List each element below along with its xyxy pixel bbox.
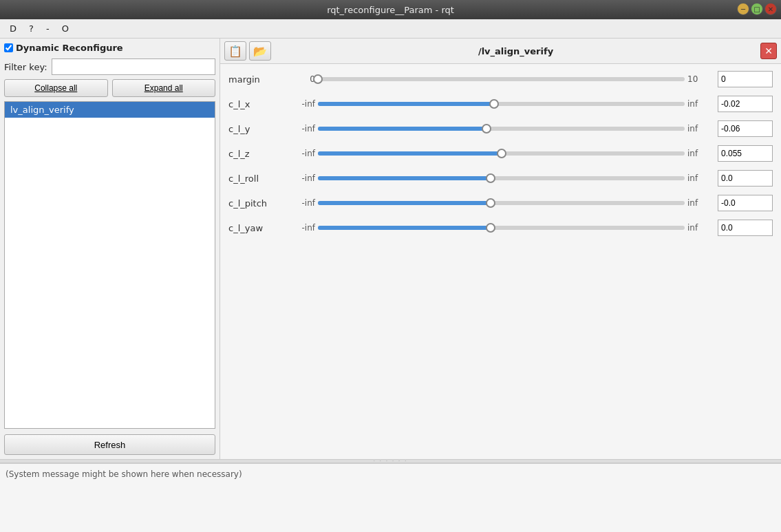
param-max-c-l-pitch: inf xyxy=(685,198,712,208)
maximize-button[interactable]: □ xyxy=(751,3,763,15)
param-name-c-l-pitch: c_l_pitch xyxy=(228,198,290,209)
main-content: Dynamic Reconfigure Filter key: Collapse… xyxy=(0,39,781,459)
slider-thumb-c-l-x[interactable] xyxy=(489,99,499,109)
menu-item-dash: - xyxy=(41,22,55,35)
slider-fill-c-l-yaw xyxy=(318,226,491,230)
param-value-c-l-roll[interactable] xyxy=(718,170,773,187)
param-value-c-l-y[interactable] xyxy=(718,120,773,137)
app-title-row: Dynamic Reconfigure xyxy=(4,43,215,53)
param-row-c-l-y: c_l_y -inf inf xyxy=(228,119,773,138)
slider-c-l-pitch[interactable] xyxy=(318,196,685,210)
close-icon: ✕ xyxy=(764,45,773,56)
slider-track-c-l-y xyxy=(318,127,685,131)
expand-all-button[interactable]: Expand all xyxy=(112,79,216,97)
param-min-c-l-pitch: -inf xyxy=(290,198,318,208)
menu-item-d[interactable]: D xyxy=(4,22,22,35)
slider-track-margin xyxy=(318,77,685,81)
param-max-c-l-yaw: inf xyxy=(685,223,712,233)
filter-row: Filter key: xyxy=(4,58,215,75)
right-toolbar: 📋 📂 /lv_align_verify ✕ xyxy=(220,39,781,64)
bottom-message-area: (System message might be shown here when… xyxy=(0,463,781,532)
param-name-c-l-z: c_l_z xyxy=(228,149,290,159)
left-panel: Dynamic Reconfigure Filter key: Collapse… xyxy=(0,39,220,459)
param-value-c-l-z[interactable] xyxy=(718,145,773,162)
slider-track-c-l-roll xyxy=(318,176,685,180)
close-panel-button[interactable]: ✕ xyxy=(760,43,777,59)
param-name-c-l-yaw: c_l_yaw xyxy=(228,223,290,233)
param-value-c-l-x[interactable] xyxy=(718,96,773,112)
param-max-c-l-roll: inf xyxy=(685,173,712,183)
save-button[interactable]: 📋 xyxy=(224,41,246,61)
param-max-margin: 10 xyxy=(685,74,712,84)
param-value-c-l-yaw[interactable] xyxy=(718,220,773,236)
param-name-c-l-y: c_l_y xyxy=(228,124,290,134)
right-panel: 📋 📂 /lv_align_verify ✕ margin 0 xyxy=(220,39,781,459)
save-icon: 📋 xyxy=(228,45,242,58)
param-max-c-l-y: inf xyxy=(685,124,712,134)
slider-margin[interactable] xyxy=(318,72,685,86)
slider-c-l-roll[interactable] xyxy=(318,171,685,185)
window-controls: ─ □ ✕ xyxy=(737,3,777,15)
window-title: rqt_reconfigure__Param - rqt xyxy=(327,5,454,15)
slider-thumb-c-l-yaw[interactable] xyxy=(486,223,495,233)
slider-track-c-l-x xyxy=(318,102,685,106)
menu-item-o[interactable]: O xyxy=(56,22,74,35)
filter-label: Filter key: xyxy=(4,62,47,72)
param-row-c-l-x: c_l_x -inf inf xyxy=(228,94,773,114)
minimize-button[interactable]: ─ xyxy=(737,3,749,15)
close-button[interactable]: ✕ xyxy=(764,3,777,15)
slider-thumb-c-l-z[interactable] xyxy=(497,149,506,158)
param-value-c-l-pitch[interactable] xyxy=(718,195,773,211)
params-area: margin 0 10 c_l_x -inf xyxy=(220,64,781,459)
open-icon: 📂 xyxy=(253,45,267,58)
menu-item-help[interactable]: ? xyxy=(23,22,39,35)
param-name-c-l-x: c_l_x xyxy=(228,99,290,109)
param-row-margin: margin 0 10 xyxy=(228,70,773,89)
title-bar: rqt_reconfigure__Param - rqt ─ □ ✕ xyxy=(0,0,781,19)
slider-thumb-c-l-roll[interactable] xyxy=(486,173,495,183)
param-row-c-l-roll: c_l_roll -inf inf xyxy=(228,169,773,188)
slider-c-l-y[interactable] xyxy=(318,122,685,136)
menu-bar: D ? - O xyxy=(0,19,781,39)
param-row-c-l-pitch: c_l_pitch -inf inf xyxy=(228,193,773,213)
param-row-c-l-yaw: c_l_yaw -inf inf xyxy=(228,218,773,237)
tree-item-lv-align-verify[interactable]: lv_align_verify xyxy=(5,102,215,118)
slider-fill-c-l-z xyxy=(318,151,502,156)
status-message: (System message might be shown here when… xyxy=(6,469,242,479)
param-min-c-l-yaw: -inf xyxy=(290,223,318,233)
slider-fill-c-l-x xyxy=(318,102,494,106)
collapse-all-button[interactable]: Collapse all xyxy=(4,79,108,97)
param-min-c-l-y: -inf xyxy=(290,124,318,134)
param-name-c-l-roll: c_l_roll xyxy=(228,173,290,184)
slider-thumb-margin[interactable] xyxy=(313,74,323,84)
param-max-c-l-z: inf xyxy=(685,149,712,158)
slider-track-c-l-yaw xyxy=(318,226,685,230)
slider-track-c-l-pitch xyxy=(318,201,685,205)
param-value-margin[interactable] xyxy=(718,71,773,87)
param-min-c-l-z: -inf xyxy=(290,149,318,158)
slider-thumb-c-l-pitch[interactable] xyxy=(486,198,495,208)
param-min-c-l-x: -inf xyxy=(290,99,318,109)
app-window: D ? - O Dynamic Reconfigure Filter key: … xyxy=(0,19,781,532)
slider-fill-c-l-y xyxy=(318,127,486,131)
slider-fill-c-l-pitch xyxy=(318,201,491,205)
filter-input[interactable] xyxy=(52,58,215,75)
slider-track-c-l-z xyxy=(318,151,685,156)
param-name-margin: margin xyxy=(228,74,290,85)
slider-thumb-c-l-y[interactable] xyxy=(482,124,491,134)
slider-c-l-x[interactable] xyxy=(318,97,685,111)
slider-c-l-yaw[interactable] xyxy=(318,221,685,235)
app-title: Dynamic Reconfigure xyxy=(16,43,123,53)
refresh-button[interactable]: Refresh xyxy=(4,434,215,455)
buttons-row: Collapse all Expand all xyxy=(4,79,215,97)
panel-title: /lv_align_verify xyxy=(274,46,758,56)
param-row-c-l-z: c_l_z -inf inf xyxy=(228,144,773,163)
tree-area: lv_align_verify xyxy=(4,101,215,429)
open-button[interactable]: 📂 xyxy=(249,41,271,61)
slider-c-l-z[interactable] xyxy=(318,147,685,160)
param-min-c-l-roll: -inf xyxy=(290,173,318,183)
dynamic-reconfigure-checkbox[interactable] xyxy=(4,43,13,52)
param-max-c-l-x: inf xyxy=(685,99,712,109)
slider-fill-c-l-roll xyxy=(318,176,491,180)
